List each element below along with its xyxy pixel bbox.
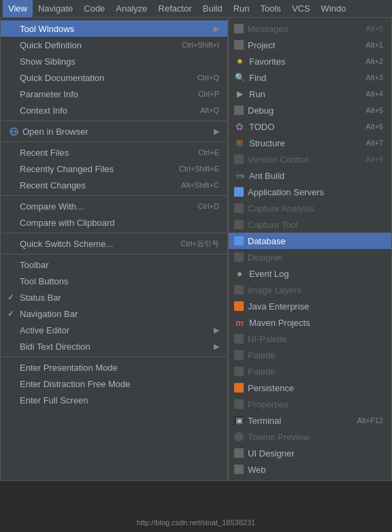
menu-item-run[interactable]: ▶ Run Alt+4 [229, 86, 391, 102]
menu-item-label: Tool Windows [20, 24, 214, 34]
menu-item-label: Find [249, 73, 362, 83]
menu-vcs[interactable]: VCS [287, 0, 316, 17]
menu-item-label: NI-Palette [248, 334, 383, 344]
menu-item-capture-tool[interactable]: Capture Tool [229, 216, 391, 233]
menu-item-app-servers[interactable]: Application Servers [229, 184, 391, 200]
menu-refactor[interactable]: Refactor [153, 0, 197, 17]
menu-item-web[interactable]: Web [229, 461, 391, 478]
menu-item-persistence[interactable]: Persistence [229, 380, 391, 396]
menu-item-label: Database [248, 236, 383, 246]
menu-item-recent-changes[interactable]: Recent Changes Alt+Shift+C [1, 177, 227, 193]
menu-item-quick-definition[interactable]: Quick Definition Ctrl+Shift+I [1, 37, 227, 53]
menu-item-distraction-free[interactable]: Enter Distraction Free Mode [1, 376, 227, 392]
menu-window[interactable]: Windo [316, 0, 352, 17]
menu-item-parameter-info[interactable]: Parameter Info Ctrl+P [1, 86, 227, 102]
menu-item-ni-palette[interactable]: NI-Palette [229, 331, 391, 347]
menu-item-compare-with[interactable]: Compare With... Ctrl+D [1, 198, 227, 214]
menu-item-label: Theme Preview [248, 432, 383, 442]
separator [1, 120, 227, 121]
menu-item-label: Java Enterprise [248, 301, 383, 312]
menu-item-active-editor[interactable]: Active Editor ▶ [1, 322, 227, 338]
properties-icon [234, 399, 244, 409]
globe-icon [10, 127, 18, 136]
menu-run[interactable]: Run [228, 0, 255, 17]
menu-item-find[interactable]: 🔍 Find Alt+3 [229, 69, 391, 86]
menu-item-label: Ant Build [249, 171, 383, 181]
menu-item-label: Recent Changes [20, 180, 167, 190]
menu-item-favorites[interactable]: ★ Favorites Alt+2 [229, 53, 391, 69]
menu-item-palette-1[interactable]: Palette [229, 347, 391, 363]
menu-item-label: Capture Analysis [248, 203, 383, 214]
menu-item-todo[interactable]: ✿ TODO Alt+6 [229, 118, 391, 135]
menu-item-tool-buttons[interactable]: Tool Buttons [1, 273, 227, 289]
menu-item-tool-windows[interactable]: Tool Windows ▶ [1, 20, 227, 37]
right-menu: Messages Alt+0 Project Alt+1 ★ Favorites… [228, 18, 392, 481]
separator [1, 356, 227, 357]
menu-item-recently-changed-files[interactable]: Recently Changed Files Ctrl+Shift+E [1, 161, 227, 177]
menu-item-label: Compare with Clipboard [20, 218, 219, 228]
menu-item-recent-files[interactable]: Recent Files Ctrl+E [1, 144, 227, 161]
menu-item-context-info[interactable]: Context Info Alt+Q [1, 102, 227, 118]
menu-item-toolbar[interactable]: Toolbar [1, 256, 227, 273]
menu-item-capture-analysis[interactable]: Capture Analysis [229, 200, 391, 216]
menu-item-ant-build[interactable]: 🐜 Ant Build [229, 167, 391, 184]
menu-build[interactable]: Build [197, 0, 228, 17]
menu-item-label: Bidi Text Direction [20, 342, 214, 352]
menu-item-structure[interactable]: ⊞ Structure Alt+7 [229, 135, 391, 151]
menu-item-database[interactable]: Database [229, 233, 391, 249]
menu-item-event-log[interactable]: ● Event Log [229, 265, 391, 282]
menu-item-shortcut: Ctrl+后引号 [180, 239, 219, 249]
menu-item-debug[interactable]: Debug Alt+5 [229, 102, 391, 118]
menu-item-shortcut: Alt+2 [366, 57, 383, 65]
menu-item-java-enterprise[interactable]: Java Enterprise [229, 298, 391, 314]
menu-item-bidi-text[interactable]: Bidi Text Direction ▶ [1, 338, 227, 354]
menu-item-quick-switch[interactable]: Quick Switch Scheme... Ctrl+后引号 [1, 235, 227, 252]
menu-item-designer[interactable]: Designer [229, 249, 391, 265]
menu-item-palette-2[interactable]: Palette [229, 363, 391, 380]
menu-item-shortcut: Alt+F12 [357, 416, 383, 425]
menu-item-navigation-bar[interactable]: ✓ Navigation Bar [1, 305, 227, 322]
menu-item-label: Quick Switch Scheme... [20, 239, 167, 249]
separator [1, 233, 227, 233]
arrow-icon: ▶ [214, 342, 219, 351]
menu-item-ui-designer[interactable]: UI Designer [229, 445, 391, 461]
menu-item-shortcut: Alt+6 [366, 122, 383, 131]
menu-item-shortcut: Ctrl+E [198, 148, 219, 156]
menu-view[interactable]: View [3, 0, 33, 17]
menu-item-version-control[interactable]: Version Control Alt+9 [229, 151, 391, 167]
palette-1-icon [234, 350, 244, 360]
menu-item-quick-documentation[interactable]: Quick Documentation Ctrl+Q [1, 69, 227, 86]
menu-code[interactable]: Code [78, 0, 110, 17]
capture-tool-icon [234, 220, 244, 229]
menu-item-presentation-mode[interactable]: Enter Presentation Mode [1, 359, 227, 376]
menu-item-label: Version Control [248, 154, 362, 165]
dropdown-container: Tool Windows ▶ Quick Definition Ctrl+Shi… [0, 18, 392, 481]
menu-item-label: Image Layers [248, 285, 383, 295]
menu-item-show-siblings[interactable]: Show Siblings [1, 53, 227, 69]
menu-item-full-screen[interactable]: Enter Full Screen [1, 392, 227, 408]
menu-item-shortcut: Ctrl+D [198, 202, 219, 210]
menu-tools[interactable]: Tools [255, 0, 287, 17]
menu-item-label: Show Siblings [20, 56, 219, 67]
menu-item-image-layers[interactable]: Image Layers [229, 282, 391, 298]
menu-item-label: Navigation Bar [20, 309, 219, 319]
check-icon: ✓ [7, 309, 20, 318]
menu-item-label: Context Info [20, 105, 186, 116]
menu-item-status-bar[interactable]: ✓ Status Bar [1, 289, 227, 305]
menu-analyze[interactable]: Analyze [110, 0, 152, 17]
menu-item-label: Run [249, 89, 362, 99]
menu-item-shortcut: Alt+1 [366, 41, 383, 49]
menu-item-label: Enter Distraction Free Mode [20, 379, 219, 389]
menu-item-compare-clipboard[interactable]: Compare with Clipboard [1, 214, 227, 231]
menu-item-maven-projects[interactable]: m Maven Projects [229, 314, 391, 331]
menu-item-theme-preview[interactable]: Theme Preview [229, 429, 391, 445]
menu-navigate[interactable]: Navigate [33, 0, 78, 17]
menu-item-open-in-browser[interactable]: Open in Browser ▶ [1, 123, 227, 139]
menu-item-properties[interactable]: Properties [229, 396, 391, 412]
vcs-icon [234, 154, 244, 164]
menu-item-project[interactable]: Project Alt+1 [229, 37, 391, 53]
menu-item-messages[interactable]: Messages Alt+0 [229, 20, 391, 37]
menu-item-label: UI Designer [248, 448, 383, 459]
menu-item-label: Quick Definition [20, 40, 168, 50]
menu-item-terminal[interactable]: ▣ Terminal Alt+F12 [229, 412, 391, 429]
